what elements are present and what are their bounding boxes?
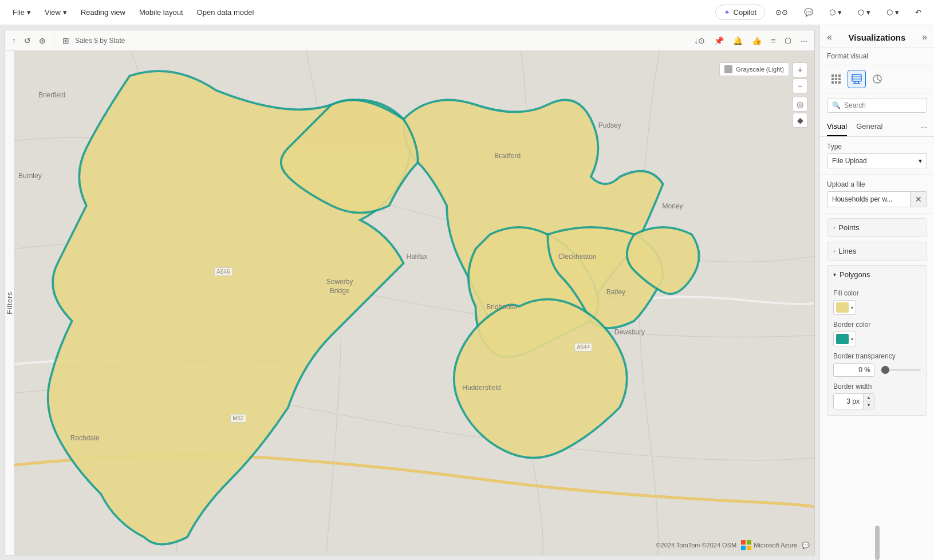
border-width-up-button[interactable]: ▲ (864, 394, 874, 401)
menu-view-label: View (45, 8, 61, 17)
present-button[interactable]: ⬡ ▾ (852, 6, 876, 19)
svg-rect-9 (835, 78, 837, 80)
undo-button[interactable]: ↶ (909, 6, 927, 19)
search-input[interactable] (844, 101, 930, 109)
viz-panel-header: « Visualizations » (820, 25, 934, 48)
transparency-label: Border transparency (833, 352, 921, 360)
menu-data-model-label: Open data model (197, 8, 254, 17)
tab-general[interactable]: General (856, 117, 882, 136)
present-arrow: ▾ (866, 8, 870, 17)
upload-icon[interactable]: ↑ (10, 35, 18, 46)
upload-section: Upload a file Households per w... ✕ (820, 175, 934, 214)
zoom-out-button[interactable]: − (793, 78, 807, 93)
panel-expand-button[interactable]: » (922, 32, 927, 42)
bell-icon[interactable]: 🔔 (731, 35, 745, 46)
thumbsup-icon[interactable]: 👍 (750, 35, 764, 46)
border-color-swatch (836, 334, 849, 344)
copilot-icon: ✦ (724, 8, 730, 17)
filters-panel[interactable]: Filters (5, 51, 14, 555)
pin-icon[interactable]: 📌 (712, 35, 726, 46)
menu-item-file[interactable]: File ▾ (7, 6, 37, 19)
svg-rect-6 (835, 74, 837, 77)
file-clear-button[interactable]: ✕ (910, 192, 927, 207)
search-box[interactable]: 🔍 (827, 98, 927, 113)
viz-icons-row (820, 65, 934, 93)
transparency-section: Border transparency (833, 352, 921, 377)
legend-label: Grayscale (Light) (736, 66, 784, 73)
fullscreen-button[interactable]: ⬡ ▾ (881, 6, 905, 19)
border-width-input[interactable] (834, 395, 863, 408)
svg-rect-13 (838, 81, 841, 84)
map-controls: + − ◎ ◆ (793, 62, 807, 128)
viz-icon-grid[interactable] (827, 70, 845, 88)
menu-item-view[interactable]: View ▾ (39, 6, 73, 19)
location-icon: ◎ (797, 100, 803, 109)
svg-rect-2 (747, 540, 751, 545)
type-value: File Upload (832, 157, 867, 165)
svg-rect-4 (747, 546, 751, 550)
tab-more-button[interactable]: ··· (921, 123, 927, 131)
divider (54, 35, 54, 46)
svg-rect-11 (831, 81, 834, 84)
menu-item-reading-view[interactable]: Reading view (75, 6, 131, 19)
download-icon[interactable]: ↓⊙ (692, 35, 707, 46)
map-svg-area: Brierfield Burnley Bradford Pudsey Morle… (14, 51, 814, 555)
tab-visual[interactable]: Visual (827, 117, 847, 136)
transparency-slider-thumb[interactable] (881, 366, 889, 374)
viz-content: Type File Upload ▾ Upload a file Househo… (820, 137, 934, 526)
polygons-label: Polygons (840, 270, 870, 279)
main-content: ↑ ↺ ⊕ ⊞ Sales $ by State ↓⊙ 📌 🔔 👍 ≡ ⬡ ··… (0, 25, 934, 560)
comment-button[interactable]: 💬 (798, 6, 819, 19)
compass-button[interactable]: ◆ (793, 113, 807, 128)
menu-bar: File ▾ View ▾ Reading view Mobile layout… (0, 0, 934, 25)
expand-icon[interactable]: ⊞ (60, 35, 72, 46)
menu-reading-label: Reading view (81, 8, 125, 17)
panel-collapse-button[interactable]: « (827, 32, 832, 42)
border-width-down-button[interactable]: ▼ (864, 401, 874, 409)
map-container: ↑ ↺ ⊕ ⊞ Sales $ by State ↓⊙ 📌 🔔 👍 ≡ ⬡ ··… (5, 30, 815, 555)
border-width-row: ▲ ▼ (833, 393, 921, 409)
azure-label: Microsoft Azure (754, 542, 797, 549)
upload-label: Upload a file (827, 180, 927, 188)
polygons-section: ▾ Polygons Fill color ▾ (827, 265, 927, 416)
viz-tabs: Visual General ··· (820, 117, 934, 137)
svg-rect-1 (741, 540, 746, 545)
points-header[interactable]: › Points (827, 219, 927, 236)
focus-icon[interactable]: ⬡ (782, 35, 794, 46)
filters-label: Filters (6, 291, 14, 314)
type-select[interactable]: File Upload ▾ (827, 153, 927, 168)
polygons-header[interactable]: ▾ Polygons (827, 266, 927, 283)
binoculars-button[interactable]: ⊙⊙ (770, 6, 794, 19)
border-color-button[interactable]: ▾ (833, 332, 856, 346)
menu-item-open-data-model[interactable]: Open data model (191, 6, 260, 19)
zoom-in-button[interactable]: + (793, 62, 807, 77)
location-button[interactable]: ◎ (793, 97, 807, 112)
ellipsis-icon[interactable]: ··· (798, 35, 810, 46)
transparency-input[interactable] (834, 364, 874, 376)
fill-color-label: Fill color (833, 289, 921, 297)
map-attribution: ©2024 TomTom ©2024 OSM Microsoft Azure (656, 540, 810, 550)
refresh-icon[interactable]: ↺ (22, 35, 33, 46)
legend-swatch (724, 65, 732, 73)
fill-color-button[interactable]: ▾ (833, 300, 856, 315)
polygons-arrow: ▾ (833, 271, 836, 278)
border-color-arrow: ▾ (851, 337, 853, 342)
feedback-icon[interactable]: 💬 (802, 542, 810, 549)
menu-item-mobile-layout[interactable]: Mobile layout (133, 6, 189, 19)
copilot-button[interactable]: ✦ Copilot (715, 5, 765, 20)
copilot-label: Copilot (734, 8, 756, 17)
lines-label: Lines (838, 247, 856, 255)
lines-header[interactable]: › Lines (827, 242, 927, 260)
viz-icon-analytics[interactable] (868, 70, 886, 88)
fill-color-section: Fill color ▾ (833, 289, 921, 315)
lines-section: › Lines (827, 242, 927, 261)
share-button[interactable]: ⬡ ▾ (823, 6, 848, 19)
viz-icon-paint[interactable] (848, 70, 866, 88)
type-section: Type File Upload ▾ (820, 137, 934, 175)
border-color-row: ▾ (833, 332, 921, 346)
map-toolbar: ↑ ↺ ⊕ ⊞ Sales $ by State ↓⊙ 📌 🔔 👍 ≡ ⬡ ··… (5, 30, 814, 51)
polygons-content: Fill color ▾ Border color (827, 289, 927, 415)
more-icon[interactable]: ⊕ (37, 35, 48, 46)
svg-rect-12 (835, 81, 837, 84)
filter-icon[interactable]: ≡ (769, 35, 778, 46)
